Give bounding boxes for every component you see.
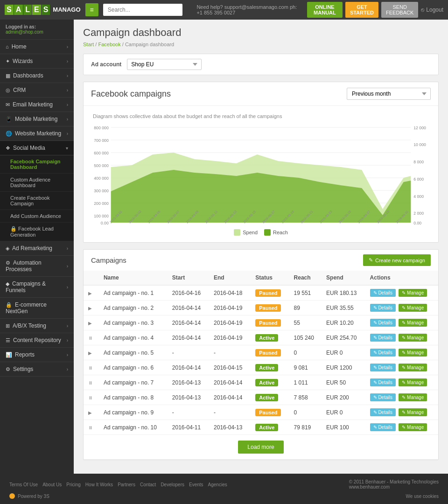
footer-link[interactable]: About Us bbox=[42, 482, 62, 487]
manage-button[interactable]: ✎ Manage bbox=[399, 319, 427, 327]
manage-button[interactable]: ✎ Manage bbox=[399, 304, 427, 312]
abx-icon: ⊞ bbox=[6, 323, 10, 329]
svg-text:0.00: 0.00 bbox=[101, 221, 109, 225]
sidebar-item-dashboards[interactable]: ▦Dashboards › bbox=[0, 69, 74, 83]
table-row: ▶ Ad campaign - no. 5 - - Paused 0 EUR 0… bbox=[84, 345, 438, 360]
get-started-button[interactable]: GET STARTED bbox=[345, 2, 378, 18]
search-input[interactable] bbox=[103, 4, 183, 16]
details-button[interactable]: ✎ Details bbox=[370, 378, 396, 386]
campaigns-title: Campaigns bbox=[91, 256, 126, 264]
period-select[interactable]: Previous month Current month Last 7 days… bbox=[347, 88, 431, 100]
footer-link[interactable]: Contact bbox=[140, 482, 156, 487]
sidebar-item-mobile-marketing[interactable]: 📱Mobile Marketing › bbox=[0, 112, 74, 126]
manage-button[interactable]: ✎ Manage bbox=[399, 408, 427, 416]
details-button[interactable]: ✎ Details bbox=[370, 319, 396, 327]
footer-link[interactable]: Partners bbox=[118, 482, 135, 487]
chart-legend: Spend Reach bbox=[88, 225, 434, 238]
breadcrumb-current: Campaign dashboard bbox=[125, 42, 174, 47]
sidebar-sub-create-facebook-campaign[interactable]: Create Facebook Campaign bbox=[0, 192, 74, 210]
sidebar-item-home[interactable]: ⌂Home › bbox=[0, 40, 74, 54]
row-status: Paused bbox=[251, 405, 289, 420]
footer-top: Terms Of UseAbout UsPricingHow It WorksP… bbox=[9, 479, 439, 490]
row-spend: EUR 1200 bbox=[322, 360, 365, 375]
wizards-icon: ✦ bbox=[6, 58, 10, 64]
footer-link[interactable]: Developers bbox=[161, 482, 184, 487]
sidebar-item-ecommerce[interactable]: 🔒E-commerce NextGen bbox=[0, 298, 74, 319]
row-status: Active bbox=[251, 330, 289, 345]
sidebar-item-reports[interactable]: 📊Reports › bbox=[0, 348, 74, 362]
send-feedback-button[interactable]: SEND FEEDBACK bbox=[381, 2, 418, 18]
logged-in-label: Logged in as: bbox=[6, 24, 68, 29]
details-button[interactable]: ✎ Details bbox=[370, 364, 396, 371]
spend-color-swatch bbox=[234, 229, 240, 236]
row-spend: EUR 50 bbox=[322, 375, 365, 390]
sidebar-item-social-media[interactable]: ❖Social Media ▾ bbox=[0, 141, 74, 155]
details-button[interactable]: ✎ Details bbox=[370, 393, 396, 401]
footer-link[interactable]: How It Works bbox=[85, 482, 113, 487]
details-button[interactable]: ✎ Details bbox=[370, 289, 396, 297]
row-name: Ad campaign - no. 6 bbox=[99, 360, 168, 375]
reports-icon: 📊 bbox=[6, 352, 12, 357]
manage-button[interactable]: ✎ Manage bbox=[399, 423, 427, 431]
sidebar-sub-add-custom-audience[interactable]: Add Custom Audience bbox=[0, 210, 74, 223]
table-row: ▶ Ad campaign - no. 3 2016-04-14 2016-04… bbox=[84, 315, 438, 330]
col-reach: Reach bbox=[289, 271, 322, 285]
sidebar-item-content-repository[interactable]: ☰Content Repository › bbox=[0, 333, 74, 348]
chevron-right-icon: › bbox=[67, 367, 68, 372]
row-icon: ▶ bbox=[84, 315, 99, 330]
ad-account-label: Ad account bbox=[91, 61, 121, 68]
online-manual-button[interactable]: ONLINE MANUAL bbox=[307, 2, 343, 18]
sidebar-item-campaigns-funnels[interactable]: ◆Campaigns & Funnels › bbox=[0, 277, 74, 298]
manage-button[interactable]: ✎ Manage bbox=[399, 349, 427, 357]
logout-link[interactable]: ⎋ Logout bbox=[421, 7, 443, 13]
hamburger-button[interactable]: ≡ bbox=[85, 3, 98, 16]
row-status: Active bbox=[251, 420, 289, 435]
logo-letter-s2: S bbox=[42, 5, 50, 15]
manage-button[interactable]: ✎ Manage bbox=[399, 334, 427, 342]
details-button[interactable]: ✎ Details bbox=[370, 423, 396, 431]
sidebar-sub-facebook-campaign-dashboard[interactable]: Facebook Campaign Dashboard bbox=[0, 155, 74, 174]
manage-button[interactable]: ✎ Manage bbox=[399, 393, 427, 401]
main-content: Campaign dashboard Start / Facebook / Ca… bbox=[74, 20, 448, 474]
sidebar-item-automation-processes[interactable]: ⚙Automation Processes › bbox=[0, 256, 74, 277]
load-more-button[interactable]: Load more bbox=[238, 441, 283, 454]
breadcrumb-facebook[interactable]: Facebook bbox=[98, 42, 120, 47]
row-end: 2016-04-13 bbox=[209, 420, 251, 435]
manage-button[interactable]: ✎ Manage bbox=[399, 364, 427, 371]
details-button[interactable]: ✎ Details bbox=[370, 334, 396, 342]
ad-account-select[interactable]: Shop EU Shop US Shop UK bbox=[127, 59, 202, 70]
social-media-submenu: Facebook Campaign Dashboard Custom Audie… bbox=[0, 155, 74, 241]
details-button[interactable]: ✎ Details bbox=[370, 349, 396, 357]
sidebar-item-crm[interactable]: ◎CRM › bbox=[0, 83, 74, 98]
row-spend: EUR 200 bbox=[322, 390, 365, 405]
row-icon: ⏸ bbox=[84, 375, 99, 390]
row-spend: EUR 254.70 bbox=[322, 330, 365, 345]
sidebar-sub-custom-audience-dashboard[interactable]: Custom Audience Dashboard bbox=[0, 174, 74, 192]
footer-link[interactable]: Pricing bbox=[66, 482, 81, 487]
details-button[interactable]: ✎ Details bbox=[370, 408, 396, 416]
sidebar-item-abx-testing[interactable]: ⊞A/B/X Testing › bbox=[0, 319, 74, 333]
manage-button[interactable]: ✎ Manage bbox=[399, 378, 427, 386]
sidebar-sub-facebook-lead-generation[interactable]: 🔒 Facebook Lead Generation bbox=[0, 223, 74, 241]
row-actions: ✎ Details ✎ Manage bbox=[365, 375, 438, 390]
lock-icon: 🔒 bbox=[6, 302, 12, 308]
powered-by: Powered by 3S bbox=[9, 493, 49, 499]
manage-button[interactable]: ✎ Manage bbox=[399, 289, 427, 297]
table-row: ▶ Ad campaign - no. 9 - - Paused 0 EUR 0… bbox=[84, 405, 438, 420]
details-button[interactable]: ✎ Details bbox=[370, 304, 396, 312]
footer-link[interactable]: Events bbox=[189, 482, 203, 487]
sidebar-item-wizards[interactable]: ✦Wizards › bbox=[0, 54, 74, 69]
row-icon: ⏸ bbox=[84, 390, 99, 405]
footer-link[interactable]: Agencies bbox=[208, 482, 227, 487]
footer-link[interactable]: Terms Of Use bbox=[9, 482, 38, 487]
chevron-right-icon: › bbox=[67, 59, 68, 64]
sidebar-item-ad-remarketing[interactable]: ◈Ad Remarketing › bbox=[0, 241, 74, 256]
row-name: Ad campaign - no. 3 bbox=[99, 315, 168, 330]
sidebar-item-email-marketing[interactable]: ✉Email Marketing › bbox=[0, 98, 74, 112]
chevron-right-icon: › bbox=[67, 246, 68, 251]
breadcrumb-start[interactable]: Start bbox=[83, 42, 94, 47]
sidebar-item-settings[interactable]: ⚙Settings › bbox=[0, 362, 74, 377]
create-new-campaign-button[interactable]: ✎ Create new campaign bbox=[363, 254, 431, 266]
email-icon: ✉ bbox=[6, 102, 10, 107]
sidebar-item-website-marketing[interactable]: 🌐Website Marketing › bbox=[0, 126, 74, 141]
